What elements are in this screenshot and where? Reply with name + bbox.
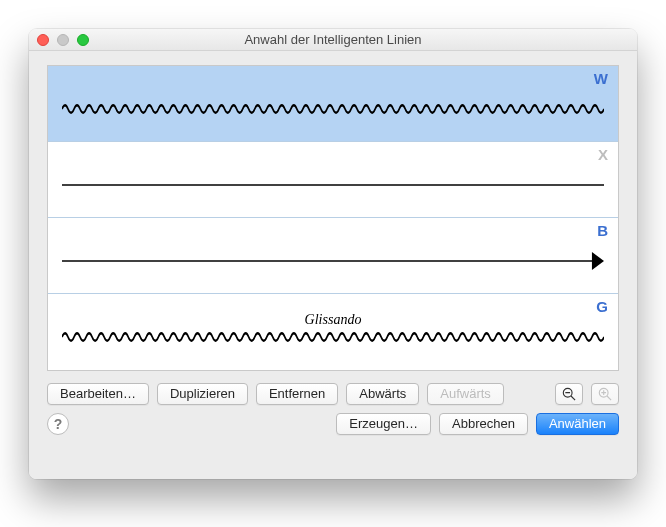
line-preview: Glissando [62, 300, 604, 366]
list-item[interactable]: G Glissando [48, 294, 618, 370]
arrow-line-icon [62, 246, 604, 276]
move-up-button: Aufwärts [427, 383, 504, 405]
list-item[interactable]: W [48, 66, 618, 142]
line-preview [62, 72, 604, 137]
close-icon[interactable] [37, 34, 49, 46]
straight-line-icon [62, 170, 604, 200]
zoom-out-icon [562, 387, 576, 401]
line-label: Glissando [305, 312, 362, 328]
help-button[interactable]: ? [47, 413, 69, 435]
list-item[interactable]: B [48, 218, 618, 294]
window-controls [37, 34, 89, 46]
select-button[interactable]: Anwählen [536, 413, 619, 435]
line-preview [62, 148, 604, 213]
create-button[interactable]: Erzeugen… [336, 413, 431, 435]
duplicate-button[interactable]: Duplizieren [157, 383, 248, 405]
move-down-button[interactable]: Abwärts [346, 383, 419, 405]
edit-button[interactable]: Bearbeiten… [47, 383, 149, 405]
window-title: Anwahl der Intelligenten Linien [29, 32, 637, 47]
titlebar: Anwahl der Intelligenten Linien [29, 29, 637, 51]
zoom-out-button[interactable] [555, 383, 583, 405]
content-area: W X B [29, 51, 637, 449]
list-item[interactable]: X [48, 142, 618, 218]
zoom-in-icon [598, 387, 612, 401]
remove-button[interactable]: Entfernen [256, 383, 338, 405]
cancel-button[interactable]: Abbrechen [439, 413, 528, 435]
smart-line-list[interactable]: W X B [47, 65, 619, 371]
wavy-line-icon [62, 94, 604, 124]
edit-toolbar: Bearbeiten… Duplizieren Entfernen Abwärt… [47, 383, 619, 405]
svg-line-3 [571, 396, 575, 400]
zoom-in-button [591, 383, 619, 405]
dialog-window: Anwahl der Intelligenten Linien W X [29, 29, 637, 479]
action-toolbar: ? Erzeugen… Abbrechen Anwählen [47, 413, 619, 435]
line-preview [62, 224, 604, 289]
minimize-icon [57, 34, 69, 46]
svg-line-6 [607, 396, 611, 400]
zoom-icon[interactable] [77, 34, 89, 46]
